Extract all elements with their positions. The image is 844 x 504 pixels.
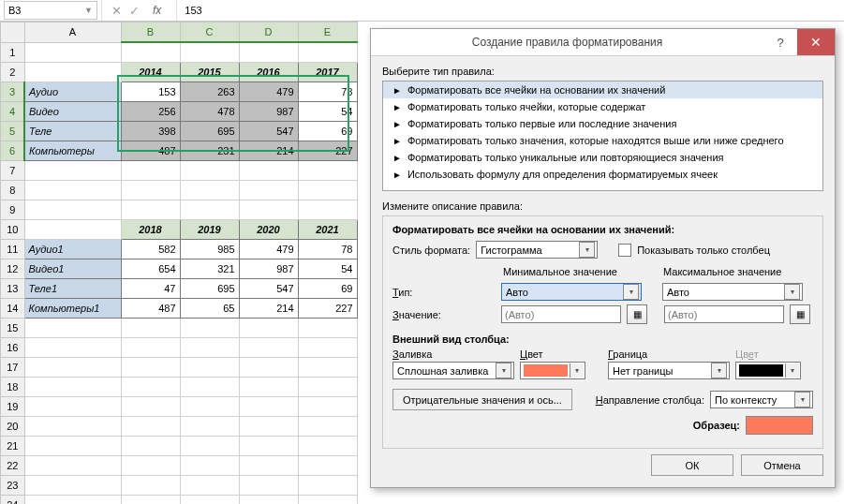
table2-cell[interactable]: 78	[298, 239, 357, 259]
row-header[interactable]: 14	[1, 298, 25, 318]
table2-cell[interactable]: 985	[180, 239, 239, 259]
select-all-corner[interactable]	[1, 22, 25, 43]
cancel-button[interactable]: Отмена	[741, 454, 823, 476]
table1-header[interactable]: 2014	[121, 62, 180, 82]
max-type-select[interactable]: Авто▾	[662, 283, 803, 301]
table2-cell[interactable]: 69	[298, 278, 357, 298]
col-header-C[interactable]: C	[180, 22, 239, 43]
row-header[interactable]: 10	[1, 219, 25, 239]
min-type-select[interactable]: Авто▾	[501, 283, 642, 301]
row-header[interactable]: 22	[1, 455, 25, 475]
row-header[interactable]: 12	[1, 259, 25, 278]
row-header[interactable]: 24	[1, 495, 25, 504]
row-header[interactable]: 3	[1, 82, 25, 101]
table1-cell[interactable]: 227	[298, 141, 357, 160]
table1-label[interactable]: Видео	[24, 101, 121, 121]
table2-cell[interactable]: 487	[121, 298, 180, 318]
table2-label[interactable]: Аудио1	[24, 239, 121, 259]
table1-label[interactable]: Теле	[24, 121, 121, 141]
row-header[interactable]: 20	[1, 416, 25, 436]
row-header[interactable]: 17	[1, 357, 25, 377]
show-bar-only-checkbox[interactable]	[618, 244, 631, 257]
row-header[interactable]: 7	[1, 160, 25, 180]
table1-cell[interactable]: 487	[121, 141, 180, 160]
table2-cell[interactable]: 582	[121, 239, 180, 259]
range-picker-icon[interactable]: ▦	[627, 304, 647, 324]
rule-type-item[interactable]: ►Форматировать только ячейки, которые со…	[383, 98, 822, 115]
table2-cell[interactable]: 654	[121, 259, 180, 278]
row-header[interactable]: 5	[1, 121, 25, 141]
row-header[interactable]: 6	[1, 141, 25, 160]
range-picker-icon[interactable]: ▦	[790, 304, 810, 324]
direction-select[interactable]: По контексту▾	[710, 391, 813, 408]
row-header[interactable]: 19	[1, 396, 25, 416]
rule-type-item[interactable]: ►Форматировать все ячейки на основании и…	[383, 82, 822, 98]
rule-type-item[interactable]: ►Форматировать только первые или последн…	[383, 115, 822, 132]
table1-cell[interactable]: 547	[239, 121, 298, 141]
table2-cell[interactable]: 214	[239, 298, 298, 318]
table1-label[interactable]: Компьютеры	[24, 141, 121, 160]
table1-header[interactable]: 2017	[298, 62, 357, 82]
cancel-icon[interactable]: ✕	[111, 4, 122, 18]
row-header[interactable]: 18	[1, 377, 25, 396]
table2-cell[interactable]: 65	[180, 298, 239, 318]
table2-header[interactable]: 2019	[180, 219, 239, 239]
accept-icon[interactable]: ✓	[129, 4, 140, 18]
row-header[interactable]: 13	[1, 278, 25, 298]
row-header[interactable]: 16	[1, 337, 25, 357]
rule-type-list[interactable]: ►Форматировать все ячейки на основании и…	[382, 81, 823, 191]
table1-header[interactable]: 2015	[180, 62, 239, 82]
col-header-A[interactable]: A	[24, 22, 121, 43]
table2-label[interactable]: Теле1	[24, 278, 121, 298]
row-header[interactable]: 23	[1, 475, 25, 495]
ok-button[interactable]: ОК	[651, 454, 733, 476]
table2-cell[interactable]: 47	[121, 278, 180, 298]
table1-cell[interactable]: 153	[121, 82, 180, 101]
table1-cell[interactable]: 478	[180, 101, 239, 121]
rule-type-item[interactable]: ►Использовать формулу для определения фо…	[383, 166, 822, 183]
table1-cell[interactable]: 231	[180, 141, 239, 160]
row-header[interactable]: 11	[1, 239, 25, 259]
fill-select[interactable]: Сплошная заливка▾	[392, 362, 514, 379]
row-header[interactable]: 1	[1, 42, 25, 62]
table1-cell[interactable]: 78	[298, 82, 357, 101]
close-icon[interactable]: ✕	[797, 29, 835, 55]
row-header[interactable]: 21	[1, 436, 25, 455]
row-header[interactable]: 8	[1, 180, 25, 200]
table1-cell[interactable]: 256	[121, 101, 180, 121]
table2-cell[interactable]: 479	[239, 239, 298, 259]
border-select[interactable]: Нет границы▾	[608, 362, 730, 379]
table2-cell[interactable]: 227	[298, 298, 357, 318]
table1-cell[interactable]: 987	[239, 101, 298, 121]
name-box[interactable]: B3 ▼	[4, 1, 97, 20]
table1-cell[interactable]: 263	[180, 82, 239, 101]
formula-input[interactable]: 153	[176, 0, 844, 21]
negative-values-button[interactable]: Отрицательные значения и ось...	[392, 389, 572, 410]
row-header[interactable]: 15	[1, 318, 25, 337]
max-value-input[interactable]	[664, 305, 784, 323]
row-header[interactable]: 4	[1, 101, 25, 121]
table1-cell[interactable]: 214	[239, 141, 298, 160]
table2-cell[interactable]: 54	[298, 259, 357, 278]
rule-type-item[interactable]: ►Форматировать только уникальные или пов…	[383, 149, 822, 166]
table2-cell[interactable]: 987	[239, 259, 298, 278]
dialog-titlebar[interactable]: Создание правила форматирования ? ✕	[371, 29, 835, 56]
help-icon[interactable]: ?	[763, 36, 797, 50]
format-style-select[interactable]: Гистограмма▾	[476, 241, 598, 259]
row-header[interactable]: 9	[1, 200, 25, 219]
table1-cell[interactable]: 54	[298, 101, 357, 121]
table2-label[interactable]: Видео1	[24, 259, 121, 278]
table2-header[interactable]: 2021	[298, 219, 357, 239]
table2-label[interactable]: Компьютеры1	[24, 298, 121, 318]
fill-color-select[interactable]: ▾	[520, 362, 585, 379]
table1-cell[interactable]: 398	[121, 121, 180, 141]
table1-header[interactable]: 2016	[239, 62, 298, 82]
table1-cell[interactable]: 695	[180, 121, 239, 141]
table2-header[interactable]: 2020	[239, 219, 298, 239]
table2-cell[interactable]: 547	[239, 278, 298, 298]
table1-cell[interactable]: 69	[298, 121, 357, 141]
col-header-D[interactable]: D	[239, 22, 298, 43]
table1-cell[interactable]: 479	[239, 82, 298, 101]
spreadsheet-grid[interactable]: A B C D E 1 2 2014 2015 2016 2017 3 Ауди…	[0, 22, 358, 504]
table2-cell[interactable]: 695	[180, 278, 239, 298]
